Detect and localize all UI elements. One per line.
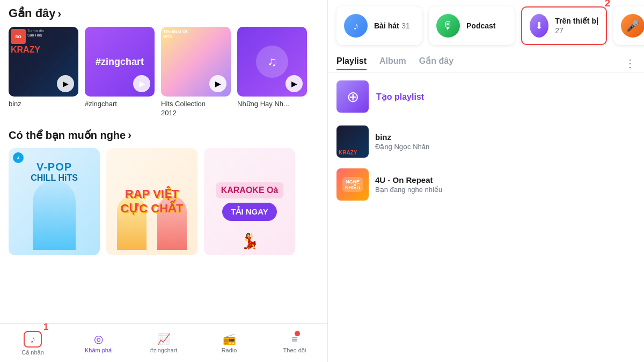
playlist-title-binz: binz: [375, 132, 635, 142]
plus-icon: ⊕: [347, 88, 359, 106]
list-item[interactable]: SO Tu ma dia Sao Hoa KRAZY ▶ binz: [9, 27, 78, 118]
nav-label-radio: Radio: [222, 347, 237, 353]
binz-play-button[interactable]: ▶: [57, 75, 74, 92]
playlist-item-binz[interactable]: KRAZY binz Đặng Ngọc Nhân: [328, 120, 644, 163]
album-label-zingchart: #zingchart: [85, 100, 155, 109]
category-bai-hat[interactable]: ♪ Bài hát 31: [336, 6, 422, 45]
create-playlist-button[interactable]: ⊕ Tạo playlist: [328, 73, 644, 120]
nav-item-radio[interactable]: 📻 Radio: [196, 330, 262, 356]
recommend-scroll: z V-POP CHILL HiTS RAP VIỆTCỰC CHẤT ✕: [0, 146, 327, 262]
hits-play-button[interactable]: ▶: [209, 75, 226, 92]
recommend-title: Có thể bạn muốn nghe: [9, 129, 126, 142]
album-label-hits: Hits Collection2012: [161, 100, 231, 118]
list-item[interactable]: z V-POP CHILL HiTS: [9, 148, 100, 255]
playlist-thumb-4u: NGHENHIỀU: [336, 168, 369, 201]
album-thumb-zingchart: #zingchart ▶: [85, 27, 155, 97]
nav-item-kham-pha[interactable]: ◎ Khám phá: [65, 330, 131, 356]
bai-hat-info: Bài hát 31: [374, 21, 410, 31]
create-playlist-label: Tạo playlist: [376, 92, 424, 102]
tab-gan-day[interactable]: Gần đây: [419, 56, 453, 70]
podcast-label: Podcast: [466, 21, 495, 30]
album-thumb-hits: The Best OfBinz ▶: [161, 27, 231, 97]
categories-row: ♪ Bài hát 31 🎙 Podcast ⬇ Trên thiết bị 2…: [328, 0, 644, 51]
zingchart-nav-icon: 📈: [157, 333, 171, 345]
list-item[interactable]: #zingchart ▶ #zingchart: [85, 27, 155, 118]
step-number-2: 2: [605, 0, 610, 9]
podcast-icon: 🎙: [436, 14, 460, 38]
tab-playlist[interactable]: Playlist: [336, 56, 367, 70]
notification-badge: [295, 331, 300, 336]
playlist-info-binz: binz Đặng Ngọc Nhân: [375, 132, 635, 151]
nhung-play-button[interactable]: ▶: [286, 75, 303, 92]
list-item[interactable]: ♫ ▶ Những Hay Nh...: [237, 27, 307, 118]
recommend-arrow[interactable]: ›: [128, 129, 131, 141]
recent-arrow[interactable]: ›: [58, 8, 62, 20]
album-thumb-nhung: ♫ ▶: [237, 27, 307, 97]
category-karaoke[interactable]: 🎤 Karaoke: [613, 6, 644, 45]
kham-pha-icon: ◎: [94, 333, 103, 345]
nav-label-kham-pha: Khám phá: [85, 347, 112, 353]
bai-hat-icon: ♪: [344, 14, 368, 38]
bottom-nav: ♪ 1 Cá nhân ◎ Khám phá 📈 #zingchart 📻 Ra…: [0, 323, 327, 362]
tren-thiet-bi-label: Trên thiết bị: [555, 17, 598, 25]
album-label-nhung: Những Hay Nh...: [237, 100, 307, 109]
radio-nav-icon: 📻: [223, 333, 236, 345]
nav-item-zingchart[interactable]: 📈 #zingchart: [131, 330, 196, 356]
zingchart-play-button[interactable]: ▶: [133, 75, 150, 92]
tab-album[interactable]: Album: [379, 56, 406, 70]
list-item[interactable]: The Best OfBinz ▶ Hits Collection2012: [161, 27, 231, 118]
create-playlist-icon: ⊕: [336, 80, 369, 113]
playlist-info-4u: 4U - On Repeat Bạn đang nghe nhiều: [375, 175, 635, 194]
recent-section-header: Gần đây ›: [0, 0, 327, 25]
tren-thiet-bi-count: 27: [555, 26, 564, 35]
playlist-thumb-binz: KRAZY: [336, 125, 369, 158]
tren-thiet-bi-icon: ⬇: [530, 14, 548, 38]
album-thumb-binz: SO Tu ma dia Sao Hoa KRAZY ▶: [9, 27, 78, 97]
list-item[interactable]: ✕ KARAOKE Oà TẢI NGAY 💃: [204, 148, 295, 255]
nav-item-theo-doi[interactable]: ≡ Theo dõi: [262, 331, 327, 356]
podcast-info: Podcast: [466, 21, 495, 31]
tabs-row: Playlist Album Gần đây ⋮: [328, 51, 644, 73]
ca-nhan-icon: ♪: [30, 333, 35, 345]
binz-krazy-text: KRAZY: [11, 45, 40, 55]
recommend-section-header: Có thể bạn muốn nghe ›: [0, 124, 327, 146]
recent-title: Gần đây: [9, 6, 56, 20]
recent-scroll: SO Tu ma dia Sao Hoa KRAZY ▶ binz #zingc…: [0, 25, 327, 124]
album-label-binz: binz: [9, 100, 78, 109]
playlist-subtitle-4u: Bạn đang nghe nhiều: [375, 186, 635, 194]
bai-hat-count: 31: [401, 21, 410, 30]
zingchart-text: #zingchart: [96, 56, 144, 68]
category-tren-thiet-bi[interactable]: ⬇ Trên thiết bị 27 2: [521, 6, 607, 45]
step-number-1: 1: [43, 322, 48, 332]
right-panel: ♪ Bài hát 31 🎙 Podcast ⬇ Trên thiết bị 2…: [327, 0, 644, 362]
nav-label-zingchart: #zingchart: [150, 347, 178, 353]
list-item[interactable]: RAP VIỆTCỰC CHẤT: [106, 148, 197, 255]
nav-label-theo-doi: Theo dõi: [283, 347, 306, 353]
nav-item-ca-nhan[interactable]: ♪ 1 Cá nhân: [0, 329, 65, 358]
playlist-subtitle-binz: Đặng Ngọc Nhân: [375, 143, 635, 151]
playlist-title-4u: 4U - On Repeat: [375, 175, 635, 184]
tren-thiet-bi-info: Trên thiết bị 27: [555, 16, 598, 35]
playlist-item-4u[interactable]: NGHENHIỀU 4U - On Repeat Bạn đang nghe n…: [328, 163, 644, 206]
tabs-more-icon[interactable]: ⋮: [625, 57, 635, 70]
karaoke-icon: 🎤: [621, 14, 644, 38]
left-panel: Gần đây › SO Tu ma dia Sao Hoa KRAZY: [0, 0, 327, 362]
nav-label-ca-nhan: Cá nhân: [21, 349, 44, 356]
bai-hat-label: Bài hát: [374, 21, 399, 30]
category-podcast[interactable]: 🎙 Podcast: [429, 6, 515, 45]
